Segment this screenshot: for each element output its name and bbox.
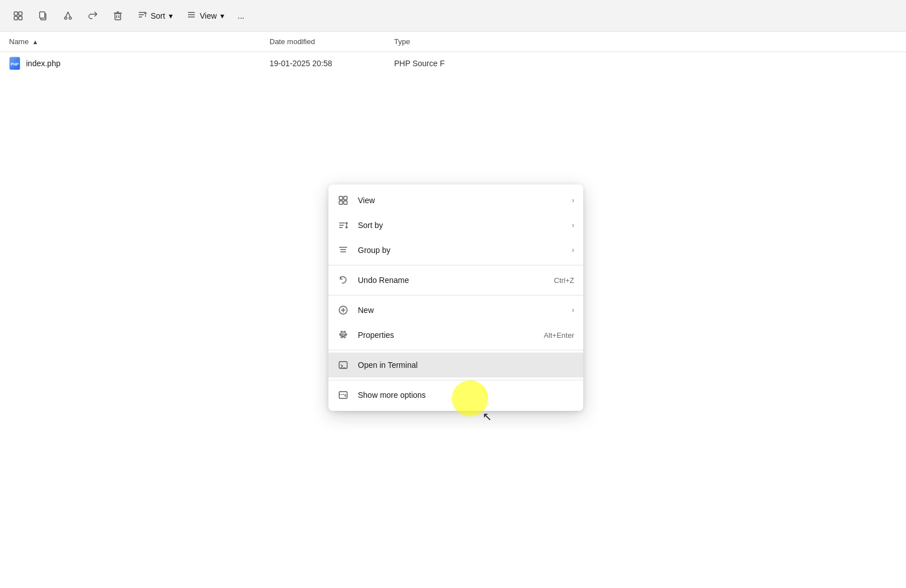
- view-menu-icon: [337, 195, 349, 206]
- svg-rect-40: [339, 362, 347, 368]
- show-more-menu-icon: [337, 389, 349, 401]
- svg-line-8: [66, 12, 68, 17]
- menu-item-new[interactable]: New ›: [328, 298, 583, 323]
- cursor-arrow: ↖: [482, 410, 492, 423]
- file-type: PHP Source F: [394, 59, 445, 68]
- menu-view-arrow: ›: [572, 196, 574, 204]
- menu-terminal-label: Open in Terminal: [358, 360, 574, 370]
- menu-divider-1: [328, 265, 583, 265]
- sort-label: Sort: [151, 11, 165, 20]
- menu-item-show-more-options[interactable]: Show more options: [328, 383, 583, 407]
- menu-sort-by-arrow: ›: [572, 221, 574, 229]
- svg-rect-26: [344, 196, 347, 200]
- properties-menu-icon: [337, 329, 349, 341]
- file-date-cell: 19-01-2025 20:58: [260, 59, 385, 68]
- sort-by-menu-icon: [337, 220, 349, 231]
- svg-rect-10: [115, 14, 121, 20]
- date-column-header[interactable]: Date modified: [260, 37, 385, 46]
- svg-rect-5: [40, 12, 45, 18]
- column-header: Name ▲ Date modified Type: [0, 32, 906, 52]
- name-column-header[interactable]: Name ▲: [0, 37, 260, 46]
- delete-button[interactable]: [106, 5, 129, 27]
- menu-item-undo-rename[interactable]: Undo Rename Ctrl+Z: [328, 268, 583, 293]
- menu-view-label: View: [358, 196, 563, 205]
- cut-button[interactable]: [57, 5, 79, 27]
- menu-divider-2: [328, 295, 583, 295]
- menu-properties-label: Properties: [358, 331, 535, 340]
- menu-item-group-by[interactable]: Group by ›: [328, 238, 583, 263]
- copy-button[interactable]: [32, 5, 54, 27]
- context-menu: View › Sort by ›: [328, 184, 583, 411]
- svg-rect-1: [19, 12, 22, 15]
- menu-group-by-label: Group by: [358, 246, 563, 255]
- menu-sort-by-label: Sort by: [358, 221, 563, 230]
- file-name: index.php: [26, 59, 61, 68]
- share-button[interactable]: [82, 5, 104, 27]
- type-column-header[interactable]: Type: [385, 37, 498, 46]
- group-by-menu-icon: [337, 244, 349, 256]
- new-menu-icon: [337, 304, 349, 316]
- menu-item-view[interactable]: View ›: [328, 188, 583, 213]
- svg-rect-28: [344, 201, 347, 204]
- sort-button[interactable]: Sort ▾: [131, 5, 178, 27]
- svg-point-7: [69, 17, 71, 19]
- view-label: View: [200, 11, 217, 20]
- file-area: Name ▲ Date modified Type: [0, 32, 906, 588]
- menu-divider-3: [328, 350, 583, 350]
- menu-divider-4: [328, 380, 583, 380]
- menu-item-properties[interactable]: Properties Alt+Enter: [328, 323, 583, 347]
- menu-item-sort-by[interactable]: Sort by ›: [328, 213, 583, 238]
- toolbar: Sort ▾ View ▾ ...: [0, 0, 906, 32]
- menu-new-arrow: ›: [572, 306, 574, 314]
- type-column-label: Type: [394, 37, 410, 46]
- date-column-label: Date modified: [270, 37, 315, 46]
- sort-asc-icon: ▲: [32, 38, 39, 45]
- menu-group-by-arrow: ›: [572, 246, 574, 254]
- svg-rect-2: [14, 16, 18, 20]
- svg-rect-25: [339, 196, 343, 200]
- name-column-label: Name: [9, 37, 29, 46]
- view-button[interactable]: View ▾: [181, 5, 230, 27]
- svg-text:PHP: PHP: [11, 62, 19, 66]
- svg-rect-3: [19, 16, 22, 20]
- svg-rect-27: [339, 201, 343, 204]
- view-icon: [186, 10, 196, 22]
- select-all-button[interactable]: [7, 5, 29, 27]
- svg-point-6: [65, 17, 67, 19]
- svg-point-39: [342, 334, 344, 336]
- sort-chevron-icon: ▾: [169, 11, 173, 20]
- file-name-cell: PHP index.php: [0, 57, 260, 70]
- more-options-button[interactable]: ...: [232, 5, 250, 27]
- file-date: 19-01-2025 20:58: [270, 59, 332, 68]
- undo-rename-menu-icon: [337, 274, 349, 286]
- file-type-cell: PHP Source F: [385, 59, 498, 68]
- menu-show-more-label: Show more options: [358, 390, 574, 400]
- svg-line-9: [68, 12, 70, 17]
- terminal-menu-icon: [337, 359, 349, 371]
- svg-rect-0: [14, 12, 18, 15]
- menu-properties-shortcut: Alt+Enter: [544, 331, 574, 340]
- menu-undo-rename-label: Undo Rename: [358, 276, 545, 285]
- view-chevron-icon: ▾: [220, 11, 224, 20]
- table-row[interactable]: PHP index.php 19-01-2025 20:58 PHP Sourc…: [0, 52, 906, 75]
- menu-undo-rename-shortcut: Ctrl+Z: [554, 276, 574, 285]
- sort-icon: [137, 10, 147, 22]
- php-file-icon: PHP: [9, 57, 20, 70]
- more-options-label: ...: [238, 11, 245, 20]
- menu-item-open-in-terminal[interactable]: Open in Terminal: [328, 353, 583, 377]
- menu-new-label: New: [358, 306, 563, 315]
